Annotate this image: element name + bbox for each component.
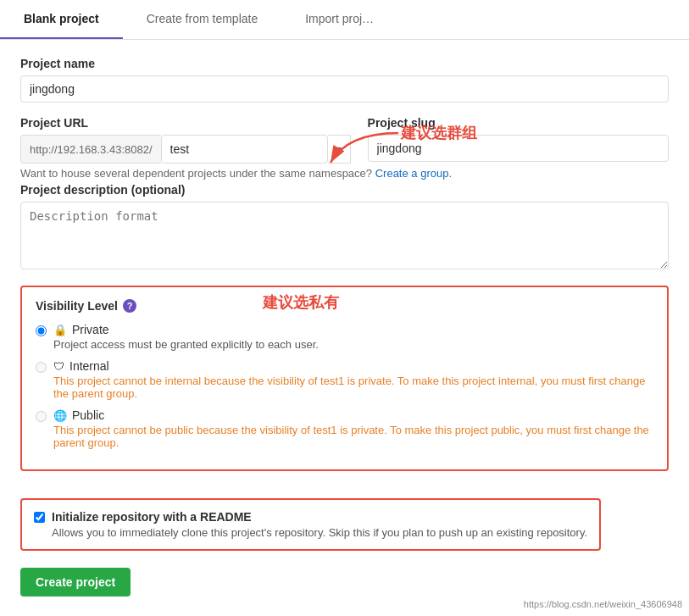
description-group: Project description (optional) (20, 183, 669, 272)
visibility-section: Visibility Level ? Private Project acces… (20, 286, 669, 471)
visibility-title: Visibility Level ? (36, 299, 653, 313)
visibility-option-public: Public This project cannot be public bec… (36, 408, 653, 449)
description-input[interactable] (20, 202, 669, 269)
form-area: Project name Project URL http://192.168.… (0, 40, 689, 616)
url-input-row: http://192.168.3.43:8082/ (20, 135, 351, 164)
tab-create-from-template[interactable]: Create from template (123, 0, 282, 39)
project-slug-column: Project slug (368, 116, 669, 162)
url-prefix: http://192.168.3.43:8082/ (20, 135, 161, 164)
project-slug-label: Project slug (368, 116, 669, 130)
project-name-label: Project name (20, 57, 669, 70)
internal-label: Internal (69, 359, 109, 373)
watermark: https://blog.csdn.net/weixin_43606948 (524, 599, 682, 609)
visibility-radio-private[interactable] (36, 325, 47, 336)
globe-icon (53, 408, 67, 422)
create-project-wrapper: Create project (20, 568, 669, 597)
visibility-option-internal: Internal This project cannot be internal… (36, 359, 653, 400)
url-area: Project URL http://192.168.3.43:8082/ Pr… (20, 116, 669, 180)
init-repo-label: Initialize repository with a README (52, 510, 587, 524)
visibility-option-private: Private Project access must be granted e… (36, 323, 653, 351)
project-url-label: Project URL (20, 116, 351, 130)
public-label: Public (72, 408, 104, 422)
create-group-link[interactable]: Create a group. (375, 167, 452, 180)
private-label: Private (72, 323, 109, 336)
project-slug-input[interactable] (368, 135, 669, 162)
visibility-radio-internal[interactable] (36, 362, 47, 373)
namespace-help-text: Want to house several dependent projects… (20, 167, 669, 180)
description-label: Project description (optional) (20, 183, 669, 197)
visibility-radio-public[interactable] (36, 411, 47, 422)
init-row: Initialize repository with a README Allo… (34, 510, 587, 539)
tab-import-project[interactable]: Import proj… (281, 0, 397, 39)
init-repo-checkbox[interactable] (34, 512, 45, 523)
lock-icon (53, 323, 67, 336)
project-url-column: Project URL http://192.168.3.43:8082/ (20, 116, 351, 164)
init-repo-section: Initialize repository with a README Allo… (20, 498, 601, 551)
project-name-group: Project name (20, 57, 669, 103)
namespace-dropdown-button[interactable] (328, 135, 351, 164)
init-repo-desc: Allows you to immediately clone this pro… (52, 526, 587, 539)
internal-desc: This project cannot be internal because … (53, 375, 653, 400)
public-desc: This project cannot be public because th… (53, 424, 653, 449)
create-project-button[interactable]: Create project (20, 568, 131, 597)
project-name-input[interactable] (20, 75, 669, 103)
shield-icon (53, 359, 64, 373)
namespace-input[interactable] (161, 135, 328, 164)
tabs-bar: Blank project Create from template Impor… (0, 0, 689, 40)
private-desc: Project access must be granted explicitl… (53, 338, 653, 351)
visibility-label: Visibility Level (36, 299, 118, 313)
init-repo-wrapper: Initialize repository with a README Allo… (20, 498, 669, 568)
visibility-help-icon[interactable]: ? (123, 299, 136, 313)
tab-blank-project[interactable]: Blank project (0, 0, 123, 39)
